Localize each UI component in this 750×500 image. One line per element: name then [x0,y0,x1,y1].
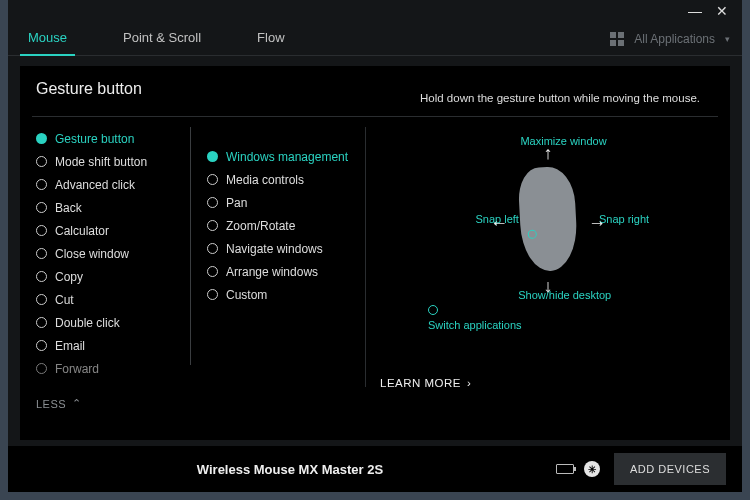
action-mode-shift[interactable]: Mode shift button [36,150,190,173]
action-calculator[interactable]: Calculator [36,219,190,242]
action-back[interactable]: Back [36,196,190,219]
mouse-body-icon [517,166,578,273]
gesture-press-label[interactable]: Switch applications [428,305,522,331]
gesture-down-label[interactable]: Show/hide desktop [518,289,611,301]
tab-mouse[interactable]: Mouse [20,22,75,56]
arrow-down-icon: ↓ [544,276,553,297]
action-email[interactable]: Email [36,334,190,357]
device-name: Wireless Mouse MX Master 2S [24,462,556,477]
arrow-up-icon: ↑ [544,143,553,164]
bluetooth-icon: ✳ [584,461,600,477]
gesture-button-indicator-icon [528,230,537,239]
apps-selector-label: All Applications [634,32,715,46]
minimize-icon[interactable]: — [688,4,702,18]
tab-point-scroll[interactable]: Point & Scroll [115,22,209,56]
ring-icon [428,305,438,315]
mouse-diagram: ↑ ↓ ← → [520,167,576,271]
close-icon[interactable]: ✕ [716,4,728,18]
gesture-up-label[interactable]: Maximize window [520,135,606,147]
arrow-left-icon: ← [490,213,508,234]
action-close-window[interactable]: Close window [36,242,190,265]
chevron-right-icon: › [467,377,471,389]
less-toggle[interactable]: LESS ⌃ [20,387,730,410]
all-applications-selector[interactable]: All Applications ▾ [610,32,730,46]
action-advanced-click[interactable]: Advanced click [36,173,190,196]
tab-flow[interactable]: Flow [249,22,292,56]
action-gesture-button[interactable]: Gesture button [36,127,190,150]
gesture-set-custom[interactable]: Custom [207,283,361,306]
add-devices-button[interactable]: ADD DEVICES [614,453,726,485]
gesture-set-navigate-windows[interactable]: Navigate windows [207,237,361,260]
action-forward[interactable]: Forward [36,357,190,380]
gesture-set-pan[interactable]: Pan [207,191,361,214]
learn-more-link[interactable]: LEARN MORE › [380,377,471,389]
chevron-down-icon: ▾ [725,34,730,44]
action-copy[interactable]: Copy [36,265,190,288]
gesture-right-label[interactable]: Snap right [599,213,649,225]
gesture-set-windows-management[interactable]: Windows management [207,145,361,168]
gesture-set-zoom-rotate[interactable]: Zoom/Rotate [207,214,361,237]
gesture-set-media-controls[interactable]: Media controls [207,168,361,191]
apps-grid-icon [610,32,624,46]
action-cut[interactable]: Cut [36,288,190,311]
gesture-instruction: Hold down the gesture button while movin… [420,92,700,104]
battery-icon [556,464,574,474]
chevron-up-icon: ⌃ [72,397,82,410]
arrow-right-icon: → [588,213,606,234]
gesture-set-arrange-windows[interactable]: Arrange windows [207,260,361,283]
action-double-click[interactable]: Double click [36,311,190,334]
